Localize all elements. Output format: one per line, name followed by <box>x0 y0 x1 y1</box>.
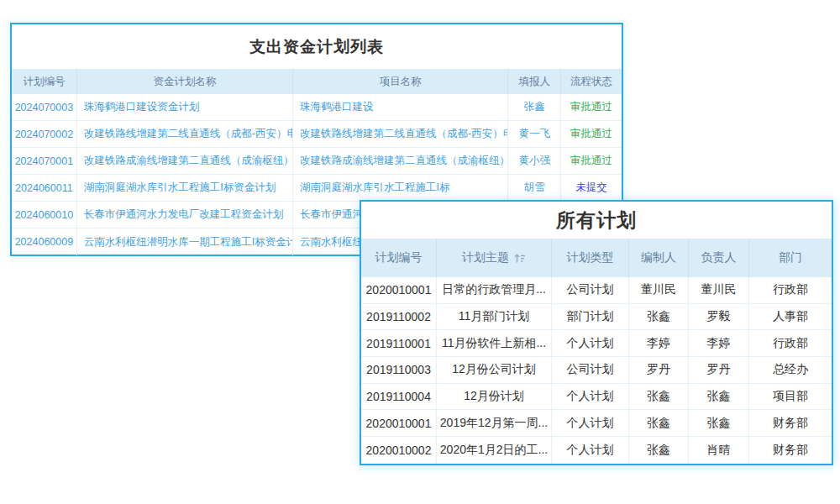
department-cell: 行政部 <box>749 330 832 356</box>
plan-subject-cell[interactable]: 日常的行政管理月... <box>437 277 552 303</box>
plan-no-cell: 2020010002 <box>361 437 437 464</box>
plan-row[interactable]: 2019110001 11月份软件上新相... 个人计划 李婷 李婷 行政部 <box>361 330 832 357</box>
plan-subject-cell[interactable]: 12月份公司计划 <box>437 357 552 383</box>
status-badge: 未提交 <box>561 175 622 201</box>
submitter-cell: 胡雪 <box>508 175 561 201</box>
fund-plan-row[interactable]: 2024070001 改建铁路成渝线增建第二直通线（成渝枢纽）... 改建铁路成… <box>12 148 622 175</box>
plan-no-cell: 2019110002 <box>361 304 437 330</box>
plan-type-cell: 公司计划 <box>552 357 629 383</box>
plan-subject-cell[interactable]: 2020年1月2日的工... <box>437 437 552 464</box>
owner-cell: 李婷 <box>689 330 749 356</box>
fund-plan-name-link[interactable]: 湖南洞庭湖水库引水工程施工I标资金计划 <box>77 175 293 201</box>
all-plans-panel: 所有计划 计划编号 计划主题 计划类型 编制人 负责人 部门 202001000… <box>360 200 833 465</box>
author-cell: 张鑫 <box>629 384 689 410</box>
project-name-link[interactable]: 改建铁路成渝线增建第二直通线（成渝枢纽）... <box>293 148 508 174</box>
plan-no-cell: 2019110001 <box>361 330 437 356</box>
plan-no-cell[interactable]: 2024070002 <box>12 121 77 147</box>
plan-no-cell[interactable]: 2024060009 <box>12 228 77 255</box>
fund-plan-table-header: 计划编号 资金计划名称 项目名称 填报人 流程状态 <box>12 69 622 94</box>
plan-no-cell: 2020010001 <box>361 277 437 303</box>
plan-no-cell[interactable]: 2024060010 <box>12 202 77 228</box>
plan-type-cell: 公司计划 <box>552 277 629 303</box>
fund-plan-name-link[interactable]: 改建铁路成渝线增建第二直通线（成渝枢纽）... <box>77 148 293 174</box>
plan-subject-cell[interactable]: 12月份计划 <box>437 384 552 410</box>
owner-cell: 张鑫 <box>689 384 749 410</box>
department-cell: 总经办 <box>749 357 832 383</box>
status-badge: 审批通过 <box>561 121 622 147</box>
department-cell: 人事部 <box>749 304 832 330</box>
department-cell: 财务部 <box>749 437 832 464</box>
fund-plan-name-link[interactable]: 改建铁路线增建第二线直通线（成都-西安）电... <box>77 121 293 147</box>
plan-type-cell: 个人计划 <box>552 410 629 436</box>
column-header-project-name: 项目名称 <box>293 69 508 94</box>
owner-cell: 肖晴 <box>689 437 749 464</box>
department-cell: 财务部 <box>749 410 832 436</box>
submitter-cell: 黄一飞 <box>508 121 561 147</box>
status-badge: 审批通过 <box>561 94 622 120</box>
author-cell: 李婷 <box>629 330 689 356</box>
owner-cell: 董川民 <box>689 277 749 303</box>
all-plans-table-header: 计划编号 计划主题 计划类型 编制人 负责人 部门 <box>361 239 832 277</box>
sort-ascending-icon[interactable] <box>514 253 526 264</box>
fund-plan-name-link[interactable]: 长春市伊通河水力发电厂改建工程资金计划 <box>77 202 293 228</box>
plan-no-cell: 2019110003 <box>361 357 437 383</box>
author-cell: 董川民 <box>629 277 689 303</box>
column-header-author: 编制人 <box>629 239 689 277</box>
owner-cell: 罗丹 <box>689 357 749 383</box>
plan-subject-cell[interactable]: 11月部门计划 <box>437 304 552 330</box>
author-cell: 张鑫 <box>629 437 689 464</box>
plan-no-cell[interactable]: 2024070001 <box>12 148 77 174</box>
plan-row[interactable]: 2019110003 12月份公司计划 公司计划 罗丹 罗丹 总经办 <box>361 357 832 384</box>
status-badge: 审批通过 <box>561 148 622 174</box>
owner-cell: 罗毅 <box>689 304 749 330</box>
department-cell: 行政部 <box>749 277 832 303</box>
plan-row[interactable]: 2020010001 日常的行政管理月... 公司计划 董川民 董川民 行政部 <box>361 277 832 304</box>
project-name-link[interactable]: 珠海鹤港口建设 <box>293 94 508 120</box>
plan-row[interactable]: 2020010001 2019年12月第一周... 个人计划 张鑫 张鑫 财务部 <box>361 410 832 437</box>
author-cell: 张鑫 <box>629 304 689 330</box>
column-header-submitter: 填报人 <box>508 69 561 94</box>
plan-row[interactable]: 2020010002 2020年1月2日的工... 个人计划 张鑫 肖晴 财务部 <box>361 437 832 464</box>
plan-no-cell: 2019110004 <box>361 384 437 410</box>
fund-plan-row[interactable]: 2024070003 珠海鹤港口建设资金计划 珠海鹤港口建设 张鑫 审批通过 <box>12 94 622 121</box>
plan-row[interactable]: 2019110004 12月份计划 个人计划 张鑫 张鑫 项目部 <box>361 384 832 411</box>
department-cell: 项目部 <box>749 384 832 410</box>
plan-type-cell: 个人计划 <box>552 330 629 356</box>
fund-plan-list-title: 支出资金计划列表 <box>12 24 622 69</box>
all-plans-title: 所有计划 <box>361 202 832 239</box>
column-header-plan-no: 计划编号 <box>361 239 437 277</box>
column-header-workflow-status: 流程状态 <box>561 69 622 94</box>
plan-subject-label: 计划主题 <box>462 250 509 265</box>
column-header-department: 部门 <box>749 239 832 277</box>
project-name-link[interactable]: 湖南洞庭湖水库引水工程施工I标 <box>293 175 508 201</box>
plan-subject-cell[interactable]: 2019年12月第一周... <box>437 410 552 436</box>
fund-plan-row[interactable]: 2024060011 湖南洞庭湖水库引水工程施工I标资金计划 湖南洞庭湖水库引水… <box>12 175 622 202</box>
column-header-plan-no: 计划编号 <box>12 69 77 94</box>
column-header-plan-type: 计划类型 <box>552 239 629 277</box>
column-header-fund-plan-name: 资金计划名称 <box>77 69 293 94</box>
author-cell: 张鑫 <box>629 410 689 436</box>
plan-no-cell[interactable]: 2024070003 <box>12 94 77 120</box>
submitter-cell: 张鑫 <box>508 94 561 120</box>
fund-plan-name-link[interactable]: 珠海鹤港口建设资金计划 <box>77 94 293 120</box>
project-name-link[interactable]: 改建铁路线增建第二线直通线（成都-西安）电... <box>293 121 508 147</box>
plan-type-cell: 个人计划 <box>552 384 629 410</box>
plan-type-cell: 个人计划 <box>552 437 629 464</box>
owner-cell: 张鑫 <box>689 410 749 436</box>
column-header-owner: 负责人 <box>689 239 749 277</box>
plan-type-cell: 部门计划 <box>552 304 629 330</box>
plan-row[interactable]: 2019110002 11月部门计划 部门计划 张鑫 罗毅 人事部 <box>361 304 832 331</box>
fund-plan-name-link[interactable]: 云南水利枢纽潜明水库一期工程施工I标资金计划 <box>77 228 293 255</box>
plan-no-cell[interactable]: 2024060011 <box>12 175 77 201</box>
column-header-plan-subject[interactable]: 计划主题 <box>437 239 552 277</box>
submitter-cell: 黄小强 <box>508 148 561 174</box>
author-cell: 罗丹 <box>629 357 689 383</box>
fund-plan-row[interactable]: 2024070002 改建铁路线增建第二线直通线（成都-西安）电... 改建铁路… <box>12 121 622 148</box>
plan-no-cell: 2020010001 <box>361 410 437 436</box>
plan-subject-cell[interactable]: 11月份软件上新相... <box>437 330 552 356</box>
